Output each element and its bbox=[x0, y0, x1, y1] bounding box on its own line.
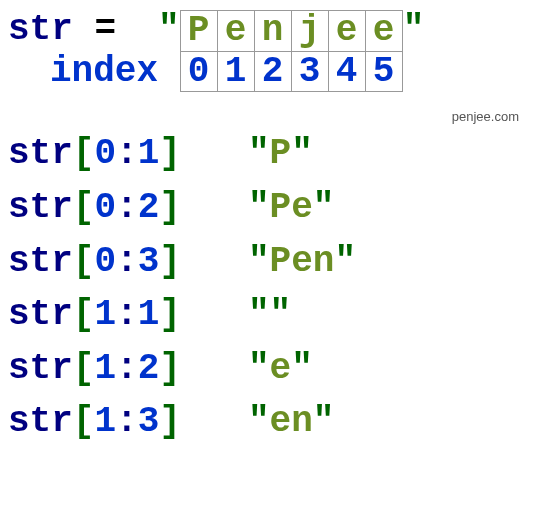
right-bracket: ] bbox=[159, 133, 181, 174]
char-cell: n bbox=[254, 11, 291, 52]
slice-expression: str[1:1] bbox=[8, 295, 228, 335]
example-row: str[1:3] "en" bbox=[8, 402, 539, 442]
header-row: str = index " P e n j e e 0 1 2 3 4 5 " bbox=[8, 10, 539, 92]
slice-start: 0 bbox=[94, 187, 116, 228]
slice-colon: : bbox=[116, 133, 138, 174]
result-close-quote: " bbox=[291, 348, 313, 389]
example-row: str[1:1] "" bbox=[8, 295, 539, 335]
char-row: P e n j e e bbox=[180, 11, 402, 52]
slice-start: 0 bbox=[94, 241, 116, 282]
slice-colon: : bbox=[116, 294, 138, 335]
slice-end: 1 bbox=[138, 133, 160, 174]
char-cell: P bbox=[180, 11, 217, 52]
result-close-quote: " bbox=[313, 187, 335, 228]
char-cell: j bbox=[291, 11, 328, 52]
result-open-quote: " bbox=[248, 241, 270, 282]
example-row: str[0:3] "Pen" bbox=[8, 242, 539, 282]
index-row: 0 1 2 3 4 5 bbox=[180, 51, 402, 92]
attribution-text: penjee.com bbox=[8, 110, 539, 124]
result-open-quote: " bbox=[248, 133, 270, 174]
slice-end: 3 bbox=[138, 241, 160, 282]
examples-list: str[0:1] "P" str[0:2] "Pe" str[0:3] "Pen… bbox=[8, 134, 539, 442]
slice-expression: str[0:3] bbox=[8, 242, 228, 282]
index-cell: 5 bbox=[365, 51, 402, 92]
index-cell: 2 bbox=[254, 51, 291, 92]
slice-expression: str[1:3] bbox=[8, 402, 228, 442]
slice-result: "Pe" bbox=[248, 188, 334, 228]
var-name: str bbox=[8, 133, 73, 174]
var-name: str bbox=[8, 241, 73, 282]
open-quote: " bbox=[158, 10, 180, 50]
slice-colon: : bbox=[116, 187, 138, 228]
left-bracket: [ bbox=[73, 294, 95, 335]
var-name: str bbox=[8, 294, 73, 335]
slice-end: 2 bbox=[138, 348, 160, 389]
index-label: index bbox=[50, 52, 158, 92]
result-text: Pen bbox=[270, 241, 335, 282]
char-cell: e bbox=[328, 11, 365, 52]
right-bracket: ] bbox=[159, 401, 181, 442]
slice-expression: str[1:2] bbox=[8, 349, 228, 389]
left-bracket: [ bbox=[73, 133, 95, 174]
slice-end: 3 bbox=[138, 401, 160, 442]
slice-expression: str[0:1] bbox=[8, 134, 228, 174]
result-text: en bbox=[270, 401, 313, 442]
char-cell: e bbox=[217, 11, 254, 52]
right-bracket: ] bbox=[159, 294, 181, 335]
result-open-quote: " bbox=[248, 401, 270, 442]
slice-end: 2 bbox=[138, 187, 160, 228]
assignment-line: str = bbox=[8, 10, 158, 50]
slice-start: 0 bbox=[94, 133, 116, 174]
result-close-quote: " bbox=[270, 294, 292, 335]
var-name: str bbox=[8, 348, 73, 389]
left-bracket: [ bbox=[73, 241, 95, 282]
result-close-quote: " bbox=[334, 241, 356, 282]
left-bracket: [ bbox=[73, 348, 95, 389]
example-row: str[1:2] "e" bbox=[8, 349, 539, 389]
left-bracket: [ bbox=[73, 187, 95, 228]
string-grid: P e n j e e 0 1 2 3 4 5 bbox=[180, 10, 403, 92]
example-row: str[0:1] "P" bbox=[8, 134, 539, 174]
slice-result: "e" bbox=[248, 349, 313, 389]
slice-end: 1 bbox=[138, 294, 160, 335]
example-row: str[0:2] "Pe" bbox=[8, 188, 539, 228]
result-close-quote: " bbox=[313, 401, 335, 442]
right-bracket: ] bbox=[159, 241, 181, 282]
char-cell: e bbox=[365, 11, 402, 52]
result-open-quote: " bbox=[248, 187, 270, 228]
right-bracket: ] bbox=[159, 187, 181, 228]
slice-colon: : bbox=[116, 241, 138, 282]
var-name: str bbox=[8, 187, 73, 228]
right-bracket: ] bbox=[159, 348, 181, 389]
result-open-quote: " bbox=[248, 294, 270, 335]
slice-result: "" bbox=[248, 295, 291, 335]
result-close-quote: " bbox=[291, 133, 313, 174]
slice-result: "P" bbox=[248, 134, 313, 174]
slice-expression: str[0:2] bbox=[8, 188, 228, 228]
slice-start: 1 bbox=[94, 294, 116, 335]
result-open-quote: " bbox=[248, 348, 270, 389]
index-cell: 3 bbox=[291, 51, 328, 92]
var-name: str bbox=[8, 401, 73, 442]
result-text: e bbox=[270, 348, 292, 389]
close-quote: " bbox=[403, 10, 425, 50]
string-grid-wrap: " P e n j e e 0 1 2 3 4 5 " bbox=[158, 10, 424, 92]
index-cell: 1 bbox=[217, 51, 254, 92]
slice-start: 1 bbox=[94, 401, 116, 442]
variable-name: str bbox=[8, 9, 73, 50]
index-cell: 4 bbox=[328, 51, 365, 92]
slice-result: "Pen" bbox=[248, 242, 356, 282]
slice-start: 1 bbox=[94, 348, 116, 389]
result-text: P bbox=[270, 133, 292, 174]
slice-colon: : bbox=[116, 401, 138, 442]
left-bracket: [ bbox=[73, 401, 95, 442]
slice-colon: : bbox=[116, 348, 138, 389]
slice-result: "en" bbox=[248, 402, 334, 442]
header-labels: str = index bbox=[8, 10, 158, 91]
index-cell: 0 bbox=[180, 51, 217, 92]
result-text: Pe bbox=[270, 187, 313, 228]
equals-sign: = bbox=[73, 9, 116, 50]
